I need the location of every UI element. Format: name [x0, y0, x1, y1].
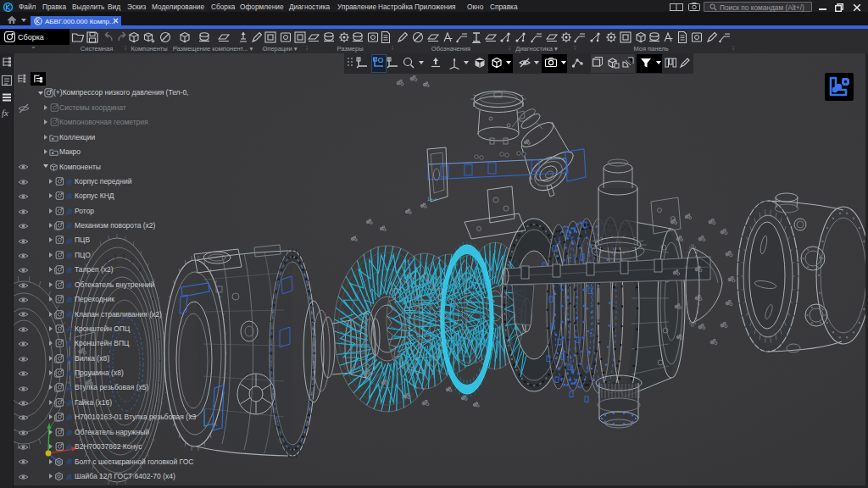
svg-text:1e-e: 1e-e [427, 197, 438, 202]
svg-text:fx: fx [2, 108, 8, 118]
